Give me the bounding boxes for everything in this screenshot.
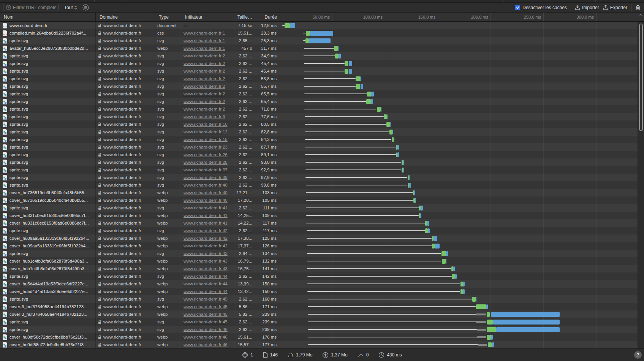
- initiator-link[interactable]: www.richard-dern.fr:12: [184, 130, 228, 134]
- network-request-row[interactable]: cover_hu331c0ec8153f0ad6e0086dc7f...www.…: [0, 219, 644, 227]
- column-header-type[interactable]: Type: [155, 13, 181, 21]
- column-header-size[interactable]: Taille…: [235, 13, 255, 21]
- network-request-row[interactable]: sprite.svgwww.richard-dern.frsvgwww.rich…: [0, 90, 644, 98]
- network-request-row[interactable]: sprite.svgwww.richard-dern.frsvgwww.rich…: [0, 136, 644, 143]
- initiator-link[interactable]: www.richard-dern.fr:1: [184, 31, 225, 35]
- network-request-row[interactable]: cover_hu331c0ec8153f0ad6e0086dc7f...www.…: [0, 212, 644, 219]
- network-request-row[interactable]: <>www.richard-dern.frwww.richard-dern.fr…: [0, 22, 644, 29]
- export-button[interactable]: Exporter: [603, 5, 627, 10]
- network-request-row[interactable]: cover_hu0df58c72dc9cfbe8bb76c21f3...www.…: [0, 333, 644, 341]
- initiator-link[interactable]: www.richard-dern.fr:15: [184, 137, 228, 142]
- initiator-link[interactable]: www.richard-dern.fr:42: [184, 228, 228, 233]
- initiator-link[interactable]: www.richard-dern.fr:40: [184, 183, 228, 187]
- network-request-row[interactable]: csscompiled.min.264dba0d92236f702a4f...w…: [0, 29, 644, 37]
- network-request-row[interactable]: sprite.svgwww.richard-dern.frsvgwww.rich…: [0, 75, 644, 82]
- initiator-link[interactable]: www.richard-dern.fr:41: [184, 221, 228, 225]
- initiator-link[interactable]: www.richard-dern.fr:2: [184, 61, 225, 66]
- network-request-row[interactable]: sprite.svgwww.richard-dern.frsvgwww.rich…: [0, 326, 644, 333]
- initiator-link[interactable]: www.richard-dern.fr:42: [184, 244, 228, 248]
- network-request-row[interactable]: cover_hu736519dc3b5040cfa48b6b55...www.r…: [0, 189, 644, 196]
- initiator-link[interactable]: www.richard-dern.fr:23: [184, 145, 228, 149]
- help-button[interactable]: ?: [634, 351, 642, 359]
- initiator-link[interactable]: www.richard-dern.fr:41: [184, 213, 228, 218]
- network-request-row[interactable]: sprite.svgwww.richard-dern.frsvgwww.rich…: [0, 82, 644, 90]
- network-request-row[interactable]: cover-3_huf3764058ae44194b782123...www.r…: [0, 310, 644, 318]
- network-request-row[interactable]: sprite.svgwww.richard-dern.frsvgwww.rich…: [0, 128, 644, 136]
- initiator-link[interactable]: www.richard-dern.fr:40: [184, 190, 228, 195]
- initiator-link[interactable]: www.richard-dern.fr:46: [184, 335, 228, 339]
- network-request-row[interactable]: sprite.svgwww.richard-dern.frsvgwww.rich…: [0, 113, 644, 120]
- network-request-row[interactable]: sprite.svgwww.richard-dern.frsvgwww.rich…: [0, 295, 644, 303]
- initiator-link[interactable]: www.richard-dern.fr:2: [184, 69, 225, 73]
- network-request-row[interactable]: sprite.svgwww.richard-dern.frsvgwww.rich…: [0, 227, 644, 234]
- filter-options-button[interactable]: [82, 4, 89, 11]
- network-request-row[interactable]: cover_hu09aa5a133319c66fd5f1922b4...www.…: [0, 234, 644, 242]
- initiator-link[interactable]: www.richard-dern.fr:1: [184, 46, 225, 51]
- scroll-up-icon[interactable]: ⌃: [639, 14, 642, 19]
- network-request-row[interactable]: sprite.svgwww.richard-dern.frsvgwww.rich…: [0, 120, 644, 128]
- network-request-row[interactable]: sprite.svgwww.richard-dern.frsvgwww.rich…: [0, 60, 644, 67]
- initiator-link[interactable]: www.richard-dern.fr:26: [184, 152, 228, 157]
- disable-caches-checkbox[interactable]: [515, 5, 520, 10]
- disable-caches-label[interactable]: Désactiver les caches: [522, 5, 567, 10]
- network-request-row[interactable]: sprite.svgwww.richard-dern.frsvgwww.rich…: [0, 318, 644, 326]
- network-request-row[interactable]: sprite.svgwww.richard-dern.frsvgwww.rich…: [0, 105, 644, 113]
- initiator-link[interactable]: www.richard-dern.fr:43: [184, 266, 228, 271]
- initiator-link[interactable]: www.richard-dern.fr:2: [184, 84, 225, 89]
- network-request-row[interactable]: cover_hub1c4fb3dfa06d2870f5d490a3...www.…: [0, 265, 644, 272]
- initiator-link[interactable]: www.richard-dern.fr:2: [184, 92, 225, 96]
- resource-type-dropdown[interactable]: Tout: [64, 5, 77, 10]
- column-header-domain[interactable]: Domaine: [96, 13, 155, 21]
- initiator-link[interactable]: www.richard-dern.fr:2: [184, 99, 225, 104]
- initiator-link[interactable]: www.richard-dern.fr:46: [184, 342, 228, 347]
- network-request-row[interactable]: cover_hu0df58c72dc9cfbe8bb76c21f3...www.…: [0, 341, 644, 348]
- network-request-row[interactable]: cover_hu5d4d4af13a53f9dee6df2227e...www.…: [0, 288, 644, 295]
- network-request-row[interactable]: sprite.svgwww.richard-dern.frsvgwww.rich…: [0, 250, 644, 257]
- initiator-link[interactable]: www.richard-dern.fr:45: [184, 304, 228, 309]
- initiator-link[interactable]: www.richard-dern.fr:44: [184, 274, 228, 279]
- network-request-row[interactable]: cover_hu09aa5a133319c66fd5f1922b4...www.…: [0, 242, 644, 250]
- import-button[interactable]: Importer: [575, 5, 599, 10]
- initiator-link[interactable]: www.richard-dern.fr:45: [184, 297, 228, 301]
- network-request-row[interactable]: sprite.svgwww.richard-dern.frsvgwww.rich…: [0, 98, 644, 105]
- initiator-link[interactable]: www.richard-dern.fr:42: [184, 236, 228, 241]
- url-filter-input[interactable]: Filtrer l’URL complète: [3, 4, 59, 11]
- network-request-row[interactable]: cover_hu5d4d4af13a53f9dee6df2227e...www.…: [0, 280, 644, 288]
- initiator-link[interactable]: www.richard-dern.fr:41: [184, 206, 228, 210]
- initiator-link[interactable]: www.richard-dern.fr:2: [184, 76, 225, 81]
- initiator-link[interactable]: www.richard-dern.fr:43: [184, 251, 228, 256]
- initiator-link[interactable]: www.richard-dern.fr:37: [184, 168, 228, 172]
- initiator-link[interactable]: www.richard-dern.fr:28: [184, 160, 228, 165]
- initiator-link[interactable]: www.richard-dern.fr:40: [184, 198, 228, 203]
- network-request-row[interactable]: cover_hub1c4fb3dfa06d2870f5d490a3...www.…: [0, 257, 644, 265]
- network-request-row[interactable]: sprite.svgwww.richard-dern.frsvgwww.rich…: [0, 158, 644, 166]
- initiator-link[interactable]: www.richard-dern.fr:10: [184, 122, 228, 127]
- column-header-duration[interactable]: Durée: [255, 13, 280, 21]
- network-request-row[interactable]: sprite.svgwww.richard-dern.frsvgwww.rich…: [0, 204, 644, 212]
- initiator-link[interactable]: www.richard-dern.fr:2: [184, 107, 225, 111]
- clear-network-items-button[interactable]: [635, 5, 642, 11]
- column-header-initiator[interactable]: Initiateur: [181, 13, 235, 21]
- initiator-link[interactable]: www.richard-dern.fr:46: [184, 327, 228, 332]
- network-request-row[interactable]: cover_hu736519dc3b5040cfa48b6b55...www.r…: [0, 196, 644, 204]
- network-request-row[interactable]: sprite.svgwww.richard-dern.frsvgwww.rich…: [0, 37, 644, 44]
- initiator-link[interactable]: www.richard-dern.fr:43: [184, 259, 228, 263]
- network-request-row[interactable]: cover-3_huf3764058ae44194b782123...www.r…: [0, 303, 644, 310]
- network-request-row[interactable]: avatar_hu85ecc3e298728880b0bde2d...www.r…: [0, 44, 644, 52]
- initiator-link[interactable]: www.richard-dern.fr:45: [184, 320, 228, 324]
- initiator-link[interactable]: www.richard-dern.fr:44: [184, 289, 228, 294]
- initiator-link[interactable]: www.richard-dern.fr:1: [184, 38, 225, 43]
- initiator-link[interactable]: www.richard-dern.fr:45: [184, 312, 228, 317]
- network-request-row[interactable]: sprite.svgwww.richard-dern.frsvgwww.rich…: [0, 174, 644, 181]
- initiator-link[interactable]: www.richard-dern.fr:39: [184, 175, 228, 180]
- network-request-row[interactable]: sprite.svgwww.richard-dern.frsvgwww.rich…: [0, 67, 644, 75]
- initiator-link[interactable]: www.richard-dern.fr:2: [184, 54, 225, 58]
- network-request-row[interactable]: sprite.svgwww.richard-dern.frsvgwww.rich…: [0, 272, 644, 280]
- network-request-row[interactable]: sprite.svgwww.richard-dern.frsvgwww.rich…: [0, 143, 644, 151]
- initiator-link[interactable]: www.richard-dern.fr:3: [184, 114, 225, 119]
- network-request-row[interactable]: sprite.svgwww.richard-dern.frsvgwww.rich…: [0, 166, 644, 174]
- network-request-row[interactable]: sprite.svgwww.richard-dern.frsvgwww.rich…: [0, 181, 644, 189]
- initiator-link[interactable]: www.richard-dern.fr:44: [184, 282, 228, 286]
- network-request-row[interactable]: sprite.svgwww.richard-dern.frsvgwww.rich…: [0, 151, 644, 158]
- column-header-name[interactable]: Nom: [0, 13, 96, 21]
